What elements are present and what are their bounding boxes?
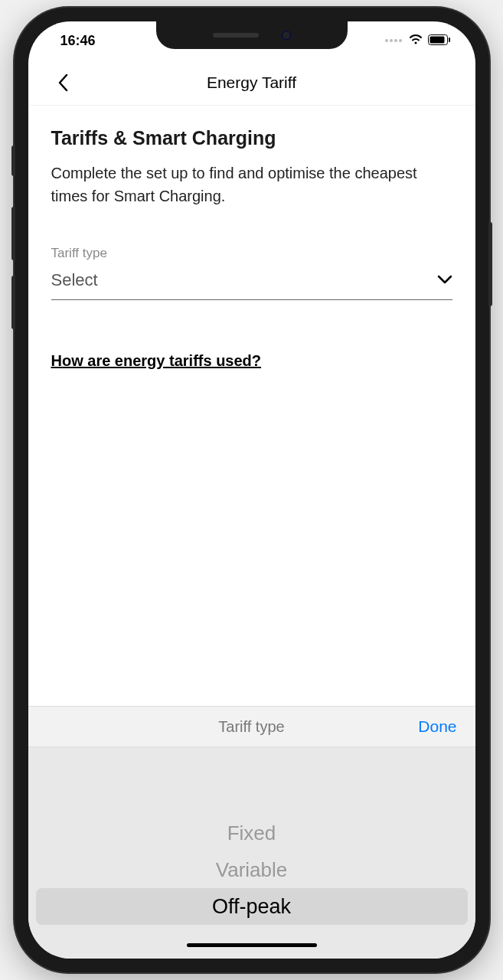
- home-indicator-area: [28, 931, 475, 959]
- phone-frame: 16:46: [15, 8, 489, 972]
- back-button[interactable]: [47, 67, 78, 98]
- picker-panel: Tariff type Done Fixed Variable Off-peak: [28, 706, 475, 959]
- cellular-signal-icon: [385, 39, 402, 42]
- volume-up-button: [11, 207, 15, 260]
- svg-rect-1: [430, 36, 444, 43]
- nav-bar: Energy Tariff: [28, 60, 475, 106]
- main-content: Tariffs & Smart Charging Complete the se…: [28, 106, 475, 706]
- picker-option-off-peak[interactable]: Off-peak: [36, 888, 468, 925]
- tariff-type-label: Tariff type: [51, 246, 452, 261]
- phone-notch: [156, 21, 348, 49]
- chevron-left-icon: [57, 74, 68, 92]
- help-link[interactable]: How are energy tariffs used?: [51, 352, 262, 370]
- page-title: Energy Tariff: [207, 74, 296, 92]
- picker-option-fixed[interactable]: Fixed: [28, 815, 475, 851]
- front-camera: [282, 31, 291, 40]
- picker-toolbar: Tariff type Done: [28, 706, 475, 747]
- status-time: 16:46: [60, 33, 96, 48]
- chevron-down-icon: [437, 273, 452, 287]
- section-heading: Tariffs & Smart Charging: [51, 127, 452, 149]
- picker-wheel[interactable]: Fixed Variable Off-peak: [28, 747, 475, 931]
- mute-switch: [11, 145, 15, 176]
- tariff-type-select[interactable]: Select: [51, 266, 452, 300]
- volume-down-button: [11, 276, 15, 329]
- picker-title: Tariff type: [218, 718, 284, 736]
- battery-icon: [428, 33, 451, 49]
- picker-option-variable[interactable]: Variable: [28, 851, 475, 888]
- svg-rect-2: [449, 38, 450, 42]
- home-indicator[interactable]: [187, 943, 317, 947]
- picker-done-button[interactable]: Done: [418, 717, 456, 736]
- section-description: Complete the set up to find and optimise…: [51, 162, 452, 207]
- tariff-type-value: Select: [51, 270, 98, 290]
- screen: 16:46: [28, 21, 475, 959]
- speaker-grille: [213, 33, 259, 38]
- power-button: [488, 222, 492, 306]
- wifi-icon: [408, 33, 423, 49]
